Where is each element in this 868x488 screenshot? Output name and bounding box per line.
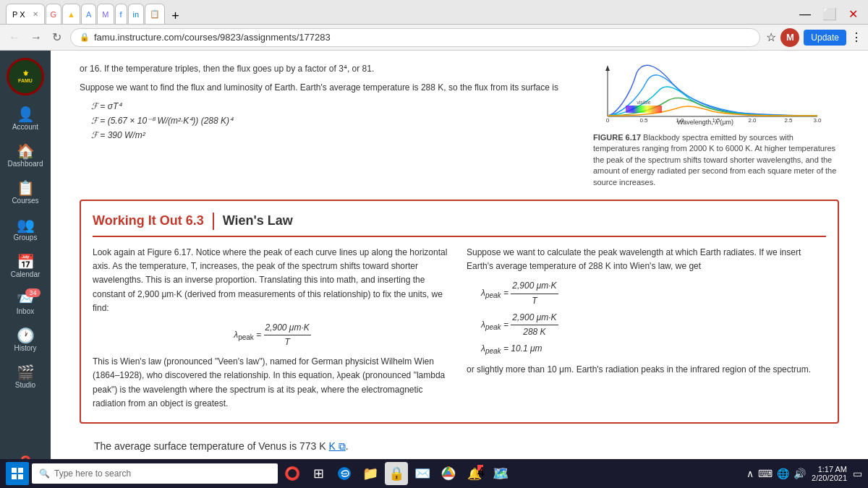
sidebar-item-inbox[interactable]: 📨 34 Inbox — [2, 286, 48, 321]
svg-rect-16 — [18, 474, 23, 479]
sidebar-item-label: Groups — [14, 234, 38, 241]
sidebar-item-calendar[interactable]: 📅 Calendar — [2, 249, 48, 284]
taskbar-clock[interactable]: 1:17 AM 2/20/2021 — [812, 465, 847, 482]
system-tray: ∧ ⌨ 🌐 🔊 — [746, 468, 806, 479]
header-divider — [213, 213, 214, 230]
taskbar-cortana-icon[interactable]: ⭕ — [281, 462, 304, 485]
search-icon: 🔍 — [39, 468, 50, 479]
chrome-icon — [441, 466, 456, 481]
sidebar-item-dashboard[interactable]: 🏠 Dashboard — [2, 138, 48, 174]
browser-tab-icons: G ▲ A M f in 📋 — [46, 4, 166, 24]
sidebar-item-label: Account — [12, 123, 38, 131]
refresh-button[interactable]: ↻ — [49, 29, 64, 46]
figure-block: Wavelength, λ (μm) 0 0.5 1.0 1.5 2.0 2.5… — [593, 62, 839, 188]
sidebar-logo: ⚜ FAMU — [5, 56, 46, 97]
forward-button[interactable]: → — [27, 30, 45, 46]
blackbody-spectrum-chart: Wavelength, λ (μm) 0 0.5 1.0 1.5 2.0 2.5… — [593, 62, 825, 127]
tab-m[interactable]: M — [97, 4, 114, 24]
courses-icon: 📋 — [17, 181, 35, 195]
search-placeholder: Type here to search — [54, 468, 131, 479]
formula-r1: λpeak = 2,900 μm·KT — [481, 279, 826, 307]
figure-caption: FIGURE 6.17 Blackbody spectra emitted by… — [593, 132, 839, 188]
frac-r1: 2,900 μm·KT — [511, 279, 558, 307]
tab-in[interactable]: in — [128, 4, 145, 24]
taskbar-task-view-icon[interactable]: ⊞ — [307, 462, 330, 485]
working-col-left: Look again at Figure 6.17. Notice where … — [93, 246, 452, 411]
tab-drive[interactable]: ▲ — [62, 4, 80, 24]
volume-icon[interactable]: 🔊 — [793, 468, 806, 479]
restore-button[interactable]: ⬜ — [818, 6, 841, 22]
taskbar-chrome-icon[interactable] — [437, 462, 460, 485]
taskbar-center-icons: ⭕ ⊞ 📁 🔒 ✉️ 🔔 4 🗺️ — [281, 462, 512, 485]
formula-2: ℱ = (5.67 × 10⁻⁸ W/(m²·K⁴)) (288 K)⁴ — [91, 114, 579, 127]
intro-text-block: or 16. If the temperature triples, then … — [80, 62, 579, 188]
sidebar-item-history[interactable]: 🕐 History — [2, 322, 48, 358]
tab-fb[interactable]: f — [115, 4, 127, 24]
expand-tray-icon[interactable]: ∧ — [746, 468, 754, 479]
notification-dot: 4 — [477, 465, 483, 471]
venus-temperature-text: The average surface temperature of Venus… — [94, 438, 825, 454]
svg-rect-11 — [626, 106, 662, 113]
profile-avatar[interactable]: M — [780, 28, 799, 47]
tab-docs[interactable]: A — [81, 4, 96, 24]
tab-canvas[interactable]: 📋 — [145, 4, 165, 24]
taskbar-mail-icon[interactable]: ✉️ — [411, 462, 434, 485]
page-content: or 16. If the temperature triples, then … — [51, 51, 868, 488]
working-title-left: Working It Out 6.3 — [93, 213, 204, 228]
taskbar-edge-icon[interactable] — [333, 462, 356, 485]
new-tab-button[interactable]: + — [169, 9, 182, 24]
inbox-badge: 34 — [25, 288, 40, 297]
menu-icon[interactable]: ⋮ — [851, 30, 862, 44]
taskbar-lock-icon[interactable]: 🔒 — [385, 462, 408, 485]
formulas-block: ℱ = σT⁴ ℱ = (5.67 × 10⁻⁸ W/(m²·K⁴)) (288… — [80, 100, 579, 142]
taskbar-search-box[interactable]: 🔍 Type here to search — [32, 463, 278, 484]
show-desktop-icon[interactable]: ▭ — [853, 468, 862, 479]
tab-px[interactable]: P X ✕ — [6, 4, 45, 24]
taskbar-file-explorer-icon[interactable]: 📁 — [359, 462, 382, 485]
svg-text:0.5: 0.5 — [639, 117, 648, 124]
sidebar-item-studio[interactable]: 🎬 Studio — [2, 359, 48, 395]
formula-r3: λpeak = 10.1 μm — [481, 342, 826, 357]
tab-close-icon[interactable]: ✕ — [33, 10, 38, 18]
wiens-calc-formulas: λpeak = 2,900 μm·KT λpeak = 2,900 μm·K28… — [481, 279, 826, 357]
sidebar: ⚜ FAMU 👤 Account 🏠 Dashboard 📋 Courses 👥… — [0, 51, 51, 488]
svg-text:2.0: 2.0 — [748, 117, 757, 124]
intro-paragraph-2: Suppose we want to find the flux and lum… — [80, 81, 579, 94]
network-icon[interactable]: 🌐 — [777, 468, 789, 479]
star-icon[interactable]: ☆ — [766, 30, 776, 44]
svg-rect-14 — [18, 468, 23, 473]
taskbar-maps-icon[interactable]: 🗺️ — [489, 462, 512, 485]
keyboard-icon[interactable]: ⌨ — [758, 468, 773, 479]
svg-text:Wavelength, λ (μm): Wavelength, λ (μm) — [677, 119, 733, 126]
intro-paragraph-1: or 16. If the temperature triples, then … — [80, 62, 579, 75]
groups-icon: 👥 — [17, 218, 35, 232]
figure-label: FIGURE 6.17 — [593, 133, 641, 142]
history-icon: 🕐 — [17, 328, 35, 343]
svg-marker-2 — [605, 66, 610, 71]
windows-logo-icon — [12, 468, 23, 479]
update-button[interactable]: Update — [804, 30, 846, 46]
window-controls: — ⬜ ✕ — [795, 6, 862, 24]
url-bar[interactable]: 🔒 famu.instructure.com/courses/9823/assi… — [70, 28, 760, 47]
venus-link[interactable]: K ⧉ — [329, 440, 346, 452]
sidebar-item-courses[interactable]: 📋 Courses — [2, 175, 48, 210]
svg-text:1.5: 1.5 — [712, 117, 720, 124]
working-header: Working It Out 6.3 Wien's Law — [93, 213, 826, 237]
close-button[interactable]: ✕ — [844, 6, 862, 22]
sidebar-item-label: Dashboard — [8, 160, 43, 168]
back-button[interactable]: ← — [6, 30, 23, 46]
minimize-button[interactable]: — — [795, 7, 815, 22]
sidebar-item-groups[interactable]: 👥 Groups — [2, 212, 48, 247]
working-body: Look again at Figure 6.17. Notice where … — [93, 246, 826, 411]
sidebar-item-account[interactable]: 👤 Account — [2, 101, 48, 137]
clock-time: 1:17 AM — [818, 465, 847, 474]
lock-icon: 🔒 — [80, 33, 90, 42]
tab-label: P X — [12, 10, 25, 19]
sidebar-item-label: Courses — [12, 197, 38, 205]
start-button[interactable] — [6, 462, 29, 485]
svg-text:3.0: 3.0 — [813, 117, 822, 124]
taskbar-notifications-icon[interactable]: 🔔 4 — [463, 462, 486, 485]
svg-text:2.5: 2.5 — [784, 117, 793, 124]
working-it-out-box: Working It Out 6.3 Wien's Law Look again… — [80, 200, 839, 424]
tab-gmail[interactable]: G — [46, 4, 62, 24]
